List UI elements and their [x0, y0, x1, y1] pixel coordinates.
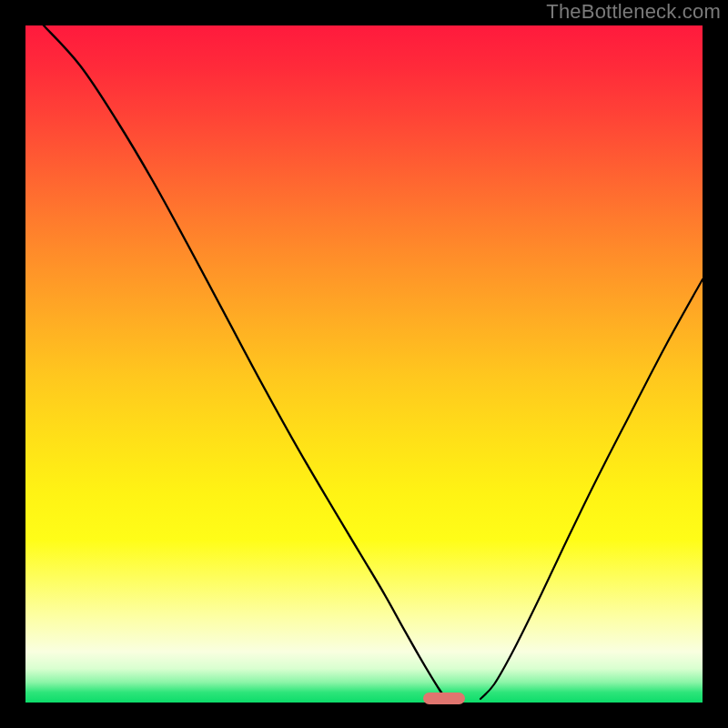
- right-curve: [480, 279, 703, 699]
- watermark-text: TheBottleneck.com: [546, 0, 721, 24]
- optimal-zone-marker: [423, 693, 465, 704]
- chart-svg: [25, 25, 703, 703]
- left-curve: [44, 25, 446, 699]
- chart-plot-area: [25, 25, 703, 703]
